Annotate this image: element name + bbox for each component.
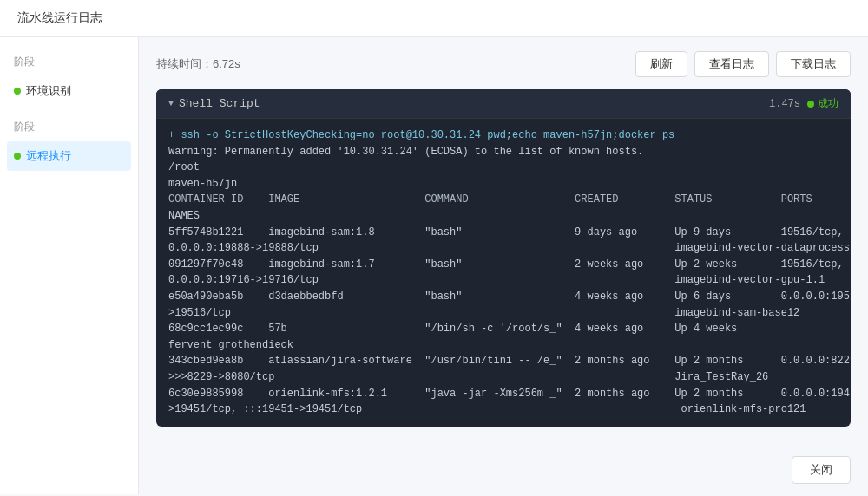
chevron-down-icon[interactable]: ▼ bbox=[168, 99, 174, 108]
terminal-container: ▼ Shell Script 1.47s 成功 + ssh -o StrictH… bbox=[156, 89, 851, 427]
terminal-line: + ssh -o StrictHostKeyChecking=no root@1… bbox=[168, 127, 838, 144]
terminal-line: 0.0.0.0:19716->19716/tcp imagebind-vecto… bbox=[168, 272, 838, 289]
terminal-line: Warning: Permanently added '10.30.31.24'… bbox=[168, 144, 838, 160]
terminal-line: >19451/tcp, :::19451->19451/tcp orienlin… bbox=[168, 401, 838, 418]
terminal-line: e50a490eba5b d3daebbedbfd "bash" 4 weeks… bbox=[168, 289, 838, 305]
sidebar-item-label-remote: 远程执行 bbox=[26, 148, 71, 164]
download-log-button[interactable]: 下载日志 bbox=[776, 51, 851, 77]
terminal-line: /root bbox=[168, 160, 838, 176]
status-dot-env bbox=[14, 88, 21, 95]
terminal-line: >>>8229->8080/tcp Jira_TestRay_26 bbox=[168, 369, 838, 386]
terminal-body[interactable]: + ssh -o StrictHostKeyChecking=no root@1… bbox=[156, 119, 851, 427]
btn-group: 刷新 查看日志 下载日志 bbox=[635, 51, 851, 77]
terminal-line: 5ff5748b1221 imagebind-sam:1.8 "bash" 9 … bbox=[168, 225, 838, 241]
sidebar-item-env[interactable]: 环境识别 bbox=[0, 76, 138, 106]
sidebar: 阶段 环境识别 阶段 远程执行 bbox=[0, 37, 139, 494]
terminal-line: NAMES bbox=[168, 208, 838, 225]
success-label: 成功 bbox=[818, 96, 838, 111]
terminal-line: >19516/tcp imagebind-sam-base12 bbox=[168, 305, 838, 322]
view-log-button[interactable]: 查看日志 bbox=[694, 51, 769, 77]
content-area: 持续时间：6.72s 刷新 查看日志 下载日志 ▼ Shell Script 1… bbox=[139, 37, 868, 494]
terminal-line: 68c9cc1ec99c 57b "/bin/sh -c '/root/s_" … bbox=[168, 321, 838, 337]
sidebar-section-title-1: 阶段 bbox=[0, 51, 138, 76]
terminal-line: 091297f70c48 imagebind-sam:1.7 "bash" 2 … bbox=[168, 257, 838, 273]
success-dot-icon bbox=[807, 101, 814, 108]
terminal-header-right: 1.47s 成功 bbox=[769, 96, 838, 111]
terminal-line: maven-h57jn bbox=[168, 176, 838, 193]
terminal-line: fervent_grothendieck bbox=[168, 337, 838, 354]
terminal-header: ▼ Shell Script 1.47s 成功 bbox=[156, 89, 851, 119]
terminal-title: Shell Script bbox=[179, 97, 260, 110]
sidebar-section-title-2: 阶段 bbox=[0, 116, 138, 141]
refresh-button[interactable]: 刷新 bbox=[635, 51, 687, 77]
terminal-line: 343cbed9ea8b atlassian/jira-software "/u… bbox=[168, 353, 838, 369]
terminal-header-left: ▼ Shell Script bbox=[168, 97, 260, 110]
terminal-table-header: CONTAINER ID IMAGE COMMAND CREATED STATU… bbox=[168, 192, 838, 208]
close-button[interactable]: 关闭 bbox=[792, 456, 851, 484]
terminal-line: 0.0.0.0:19888->19888/tcp imagebind-vecto… bbox=[168, 240, 838, 257]
sidebar-item-remote[interactable]: 远程执行 bbox=[7, 141, 131, 171]
duration-text: 持续时间：6.72s bbox=[156, 56, 240, 72]
top-bar: 持续时间：6.72s 刷新 查看日志 下载日志 bbox=[156, 51, 851, 77]
page-title: 流水线运行日志 bbox=[0, 0, 868, 37]
terminal-duration: 1.47s bbox=[769, 98, 800, 110]
terminal-line: 6c30e9885998 orienlink-mfs:1.2.1 "java -… bbox=[168, 386, 838, 402]
status-dot-remote bbox=[14, 153, 21, 160]
sidebar-item-label-env: 环境识别 bbox=[26, 83, 71, 99]
terminal-status-success: 成功 bbox=[807, 96, 838, 111]
bottom-close: 关闭 bbox=[792, 456, 851, 484]
